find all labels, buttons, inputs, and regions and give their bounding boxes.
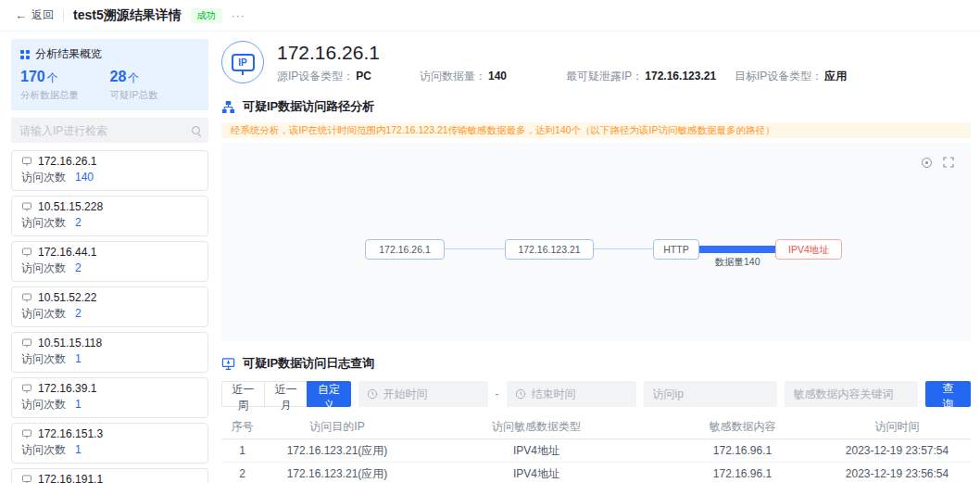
- stat-unit: 个: [47, 71, 58, 84]
- keyword-input[interactable]: [785, 381, 918, 407]
- ip-glyph: IP: [232, 54, 255, 71]
- meta-value: 140: [488, 70, 507, 83]
- ip-avatar-icon: IP: [221, 41, 264, 83]
- divider: [63, 10, 64, 21]
- cell-data-content: 172.16.96.1: [661, 467, 823, 480]
- visit-count-label: 访问次数: [21, 443, 66, 456]
- meta-label: 访问数据量：: [420, 70, 486, 83]
- ip-list-item[interactable]: 172.16.44.1 访问次数2: [11, 241, 208, 282]
- diagram-node-source-ip[interactable]: 172.16.26.1: [365, 239, 445, 260]
- time-range-group: 近一周 近一月 自定义: [221, 381, 351, 407]
- ip-address: 172.16.39.1: [38, 382, 96, 395]
- stat-total-data: 170个 分析数据总量: [20, 69, 110, 102]
- stat-label: 分析数据总量: [20, 89, 110, 102]
- start-time-input[interactable]: [383, 388, 480, 400]
- cell-data-type: IPV4地址: [411, 466, 661, 482]
- ip-tag-icon: [21, 292, 32, 303]
- diagram-toolbar: [922, 157, 954, 168]
- diagram-node-data-type[interactable]: IPV4地址: [775, 239, 842, 260]
- log-filters: 近一周 近一月 自定义 - 查询: [221, 381, 971, 407]
- ip-list-item[interactable]: 10.51.15.228 访问次数2: [11, 196, 208, 236]
- ip-search: [11, 118, 208, 143]
- overview-title: 分析结果概览: [35, 46, 102, 62]
- visit-count: 1: [75, 398, 82, 411]
- col-header: 序号: [221, 419, 263, 435]
- visit-count: 140: [75, 171, 94, 184]
- table-row: 2 172.16.123.21(应用) IPV4地址 172.16.96.1 2…: [221, 463, 971, 483]
- visit-count-label: 访问次数: [21, 307, 66, 320]
- visit-count-label: 访问次数: [21, 352, 66, 365]
- back-button[interactable]: ← 返回: [15, 7, 54, 23]
- cell-time: 2023-12-19 23:57:54: [823, 444, 971, 457]
- page-body: 分析结果概览 170个 分析数据总量 28个 可疑IP总数 172.16.26.…: [0, 32, 980, 483]
- ip-address: 172.16.26.1: [38, 155, 96, 168]
- ip-address: 10.51.15.228: [38, 200, 103, 213]
- ip-tag-icon: [21, 201, 32, 212]
- diagram-edge-label: 数据量140: [685, 256, 790, 269]
- cell-data-content: 172.16.96.1: [661, 444, 823, 457]
- stat-suspicious-ips: 28个 可疑IP总数: [110, 69, 200, 102]
- stat-label: 可疑IP总数: [110, 89, 200, 102]
- meta-data-volume: 访问数据量：140: [420, 69, 566, 84]
- log-section-title: 可疑IP数据访问日志查询: [243, 355, 374, 372]
- visit-count: 2: [75, 307, 82, 320]
- end-time-field: [507, 381, 636, 407]
- diagram-node-leak-ip[interactable]: 172.16.123.21: [505, 239, 594, 260]
- range-month-button[interactable]: 近一月: [264, 381, 308, 407]
- clock-icon: [367, 388, 378, 400]
- ip-list-item[interactable]: 10.51.15.118 访问次数1: [11, 332, 208, 373]
- range-custom-button[interactable]: 自定义: [307, 381, 350, 407]
- overview-card: 分析结果概览 170个 分析数据总量 28个 可疑IP总数: [11, 39, 208, 110]
- end-time-input[interactable]: [532, 388, 628, 400]
- ip-list: 172.16.26.1 访问次数140 10.51.15.228 访问次数2 1…: [11, 150, 208, 483]
- visit-count: 2: [75, 216, 82, 229]
- visit-count: 1: [75, 443, 82, 456]
- col-header: 访问时间: [823, 419, 971, 435]
- page-title: test5溯源结果详情: [73, 7, 182, 24]
- cell-dest-ip: 172.16.123.21(应用): [263, 466, 411, 482]
- cell-index: 2: [221, 467, 263, 480]
- path-section-title: 可疑IP数据访问路径分析: [243, 98, 374, 115]
- meta-label: 目标IP设备类型：: [735, 70, 823, 83]
- topbar: ← 返回 test5溯源结果详情 成功 ···: [0, 0, 980, 32]
- visit-ip-input[interactable]: [644, 381, 777, 407]
- ip-address: 172.16.191.1: [38, 473, 103, 483]
- range-week-button[interactable]: 近一周: [221, 381, 265, 407]
- table-header-row: 序号 访问目的IP 访问敏感数据类型 敏感数据内容 访问时间: [221, 415, 971, 439]
- ip-list-item[interactable]: 172.16.26.1 访问次数140: [11, 150, 208, 191]
- ip-address: 172.16.151.3: [38, 427, 103, 440]
- stat-value: 28: [110, 69, 127, 84]
- ip-address: 172.16.44.1: [38, 246, 96, 259]
- start-time-field: [358, 381, 488, 407]
- visit-count-label: 访问次数: [21, 261, 66, 274]
- back-label: 返回: [31, 7, 54, 23]
- ip-list-item[interactable]: 172.16.39.1 访问次数1: [11, 377, 208, 418]
- ip-list-item[interactable]: 172.16.191.1 访问次数1: [11, 468, 208, 483]
- monitor-icon: [221, 357, 235, 371]
- ip-title: 172.16.26.1: [277, 41, 971, 64]
- ip-tag-icon: [21, 337, 32, 349]
- grid-icon: [20, 50, 30, 59]
- path-diagram: 172.16.26.1 172.16.123.21 HTTP 数据量140 IP…: [221, 143, 971, 341]
- back-arrow-icon: ←: [15, 8, 27, 22]
- ip-list-item[interactable]: 172.16.151.3 访问次数1: [11, 423, 208, 464]
- visit-count: 2: [75, 261, 82, 274]
- query-button[interactable]: 查询: [925, 381, 971, 407]
- search-icon[interactable]: [192, 126, 200, 134]
- fullscreen-icon[interactable]: [943, 157, 954, 168]
- ip-search-input[interactable]: [19, 124, 192, 137]
- meta-label: 源IP设备类型：: [277, 70, 354, 83]
- col-header: 敏感数据内容: [661, 419, 823, 435]
- more-menu-button[interactable]: ···: [232, 9, 245, 22]
- meta-leak-ip: 最可疑泄露IP：172.16.123.21: [566, 69, 735, 84]
- cell-time: 2023-12-19 23:56:54: [823, 467, 971, 480]
- visit-count-label: 访问次数: [21, 171, 66, 184]
- analysis-alert: 经系统分析，该IP在统计时间范围内172.16.123.21传输敏感数据最多，达…: [221, 122, 971, 138]
- ip-list-item[interactable]: 10.51.52.22 访问次数2: [11, 286, 208, 327]
- locate-icon[interactable]: [922, 158, 932, 168]
- status-badge: 成功: [191, 8, 222, 23]
- col-header: 访问目的IP: [263, 419, 411, 435]
- ip-tag-icon: [21, 428, 32, 439]
- main-content: IP 172.16.26.1 源IP设备类型：PC 访问数据量：140 最可疑泄…: [221, 39, 971, 483]
- stat-value: 170: [20, 69, 45, 84]
